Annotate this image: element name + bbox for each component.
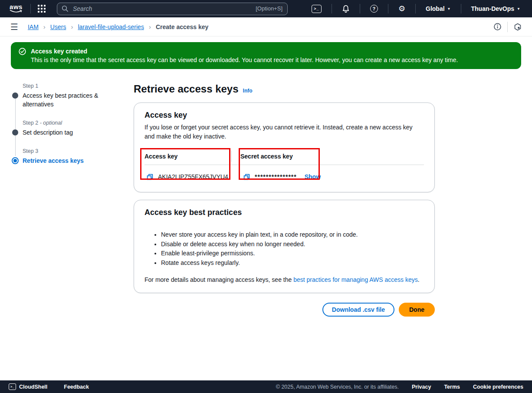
done-button[interactable]: Done (399, 303, 435, 317)
help-icon: ? (370, 5, 378, 13)
column-divider (231, 151, 232, 162)
feedback-link[interactable]: Feedback (64, 384, 89, 390)
aws-logo-swoosh (10, 10, 23, 13)
account-menu[interactable]: Thuan-DevOps ▼ (466, 5, 526, 12)
download-csv-button[interactable]: Download .csv file (322, 303, 394, 317)
breadcrumb-separator-icon: › (149, 23, 151, 30)
notifications-panel-icon[interactable] (514, 23, 522, 31)
help-button[interactable]: ? (365, 5, 384, 13)
search-input[interactable] (57, 3, 288, 15)
wizard-step-2[interactable]: Step 2 - optional Set description tag (12, 120, 134, 137)
best-practice-item: Rotate access keys regularly. (161, 258, 424, 268)
search-shortcut-hint: [Option+S] (256, 5, 282, 12)
page-title: Retrieve access keys (134, 83, 239, 95)
best-practices-card: Access key best practices Never store yo… (134, 200, 435, 293)
best-practice-item: Never store your access key in plain tex… (161, 230, 424, 239)
show-secret-link[interactable]: Show (305, 173, 321, 180)
top-navigation-bar: aws [Option+S] >_ ? (0, 0, 532, 17)
privacy-link[interactable]: Privacy (412, 384, 431, 390)
breadcrumb: IAM › Users › laravel-file-upload-series… (28, 23, 208, 30)
info-icon[interactable] (494, 23, 501, 30)
bell-icon (342, 5, 350, 13)
best-practice-item: Enable least-privilege permissions. (161, 249, 424, 258)
success-check-icon (19, 48, 26, 55)
topnav-divider (332, 4, 332, 13)
step-3-dot-icon (12, 157, 19, 164)
aws-logo[interactable]: aws (10, 4, 23, 13)
services-grid-icon[interactable] (38, 5, 46, 13)
step-1-dot-icon (12, 92, 18, 99)
breadcrumb-current-page: Create access key (156, 23, 208, 30)
menu-icon[interactable]: ☰ (10, 23, 18, 31)
cloudshell-footer-button[interactable]: >_ CloudShell (9, 383, 47, 390)
region-selector[interactable]: Global ▼ (420, 5, 456, 12)
topnav-divider (461, 4, 461, 13)
best-practices-list: Never store your access key in plain tex… (161, 230, 424, 267)
copy-secret-key-icon[interactable] (243, 173, 250, 181)
cloudshell-terminal-icon: >_ (312, 5, 322, 13)
wizard-steps-nav: Step 1 Access key best practices & alter… (12, 83, 134, 317)
step-2-title: Set description tag (23, 128, 103, 137)
access-key-value: AKIA2LIPZ55FX65JVYU4 (158, 173, 228, 180)
aws-logo-text: aws (10, 4, 23, 10)
key-section: Access key Secret access key AKIA2LIPZ55… (144, 150, 424, 182)
footer-bar: >_ CloudShell Feedback © 2025, Amazon We… (0, 380, 532, 393)
breadcrumb-divider (507, 22, 508, 32)
account-label: Thuan-DevOps (471, 5, 515, 12)
banner-message: This is the only time that the secret ac… (31, 56, 458, 64)
region-label: Global (426, 5, 445, 12)
chevron-down-icon: ▼ (517, 7, 520, 11)
settings-button[interactable]: ⚙ (393, 5, 411, 13)
banner-title: Access key created (31, 47, 458, 56)
notifications-button[interactable] (336, 5, 355, 13)
breadcrumb-user-name[interactable]: laravel-file-upload-series (78, 23, 144, 30)
access-key-card-description: If you lose or forget your secret access… (144, 123, 424, 141)
global-search: [Option+S] (57, 3, 288, 15)
secret-key-masked-value: *************** (255, 173, 297, 180)
topnav-divider (360, 4, 360, 13)
breadcrumb-bar: ☰ IAM › Users › laravel-file-upload-seri… (0, 17, 532, 36)
best-practice-item: Disable or delete access key when no lon… (161, 240, 424, 249)
breadcrumb-iam[interactable]: IAM (28, 23, 39, 30)
success-flash-banner: Access key created This is the only time… (11, 42, 521, 69)
secret-key-column-header: Secret access key (240, 153, 293, 160)
topnav-divider (415, 4, 416, 13)
cookie-preferences-link[interactable]: Cookie preferences (473, 384, 523, 390)
topnav-divider (30, 4, 31, 13)
cloudshell-label: CloudShell (19, 384, 47, 390)
step-3-title: Retrieve access keys (23, 156, 103, 165)
access-key-card-title: Access key (144, 111, 424, 120)
step-2-label: Step 2 - optional (23, 120, 134, 126)
header-rule (144, 165, 424, 165)
topnav-divider (388, 4, 388, 13)
step-1-title: Access key best practices & alternatives (23, 91, 103, 109)
copy-access-key-icon[interactable] (146, 173, 154, 181)
best-practices-link[interactable]: best practices for managing AWS access k… (293, 276, 418, 283)
access-key-column-header: Access key (144, 153, 231, 160)
cloudshell-topnav-button[interactable]: >_ (306, 5, 327, 13)
cloudshell-terminal-icon: >_ (9, 383, 16, 390)
chevron-down-icon: ▼ (447, 7, 451, 11)
step-1-label: Step 1 (23, 83, 134, 89)
breadcrumb-separator-icon: › (71, 23, 73, 30)
step-3-label: Step 3 (23, 148, 134, 154)
breadcrumb-users[interactable]: Users (50, 23, 66, 30)
best-practices-footer: For more details about managing access k… (144, 276, 424, 283)
access-key-card: Access key If you lose or forget your se… (134, 102, 435, 192)
breadcrumb-separator-icon: › (43, 23, 46, 30)
wizard-step-3-active[interactable]: Step 3 Retrieve access keys (12, 148, 134, 165)
search-icon (62, 5, 69, 12)
copyright-text: © 2025, Amazon Web Services, Inc. or its… (276, 384, 399, 390)
step-2-dot-icon (12, 129, 18, 135)
best-practices-title: Access key best practices (144, 208, 424, 217)
wizard-step-1[interactable]: Step 1 Access key best practices & alter… (12, 83, 134, 109)
gear-icon: ⚙ (398, 5, 405, 13)
terms-link[interactable]: Terms (444, 384, 460, 390)
info-link[interactable]: Info (243, 88, 253, 94)
